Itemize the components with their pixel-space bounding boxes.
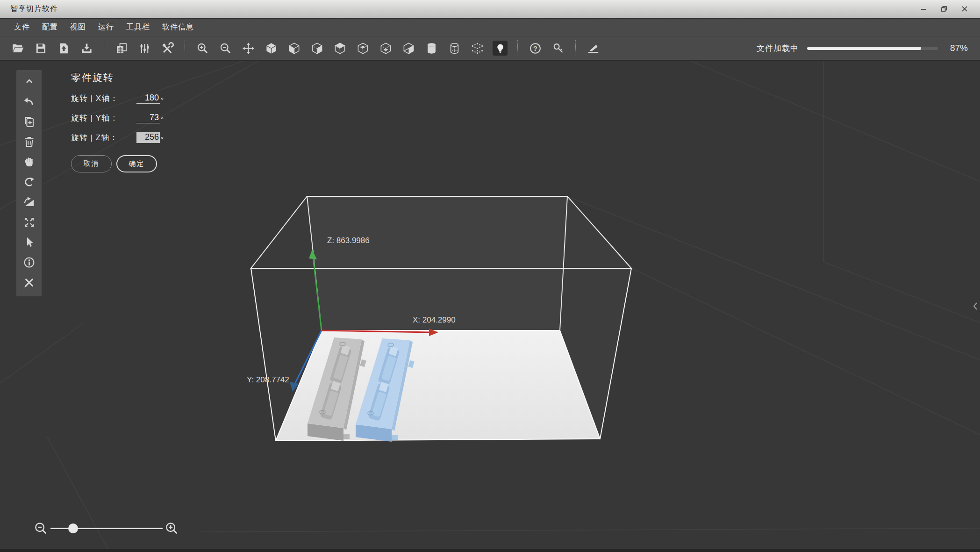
progress-bar [807,47,938,50]
help-button[interactable]: ? [528,41,543,56]
zoom-slider-thumb[interactable] [68,523,78,533]
menu-file[interactable]: 文件 [14,22,30,32]
right-panel-collapse-button[interactable] [972,300,979,312]
cube-face-right-button[interactable] [332,41,347,56]
fit-view-icon [23,216,36,229]
rotation-row-z: 旋转 | Z轴： 256 ° [71,131,183,143]
blade-icon [587,42,600,55]
zoom-in-icon [165,521,179,535]
menu-config[interactable]: 配置 [42,22,58,32]
tools-button[interactable] [160,41,175,56]
info-icon [23,256,36,269]
light-button[interactable] [493,41,508,56]
delete-icon [23,136,36,148]
close-button[interactable] [958,3,972,15]
zoom-in-button[interactable] [195,41,210,56]
zoom-out-icon [34,521,48,535]
minimize-button[interactable] [916,3,930,15]
blade-button[interactable] [586,41,601,56]
save-file-button[interactable] [33,41,48,56]
side-toolbar [16,70,42,296]
cube-face-front-button[interactable] [286,41,301,56]
move-icon [242,42,255,55]
fit-view-button[interactable] [21,215,37,229]
main-toolbar: ? 文件加载中 87% [0,36,980,61]
delete-button[interactable] [21,134,37,149]
chevron-left-icon [973,301,978,311]
menu-run[interactable]: 运行 [98,22,114,32]
cube-face-top-button[interactable] [355,41,370,56]
menu-software-info[interactable]: 软件信息 [162,22,194,32]
minimize-icon [920,6,927,12]
light-icon [494,42,507,55]
rotation-row-y: 旋转 | Y轴： 73 ° [71,112,183,123]
export-file-button[interactable] [79,41,94,56]
app-title: 智享切片软件 [10,4,58,14]
viewport-3d[interactable]: Z: 863.9986 X: 204.2990 Y: 208.7742 [0,61,980,552]
rotate-icon [23,176,36,188]
point-cloud-icon [471,42,484,55]
import-file-icon [57,42,70,55]
import-file-button[interactable] [56,41,71,56]
zoom-out-button[interactable] [34,521,48,535]
menu-view[interactable]: 视图 [70,22,86,32]
bottom-edge [0,549,980,552]
export-file-icon [80,42,93,55]
cube-face-bottom-button[interactable] [378,41,393,56]
parameters-button[interactable] [137,41,152,56]
cube-section-icon [402,42,415,55]
rotation-row-x: 旋转 | X轴： 180 ° [71,92,183,104]
edit-tools-button[interactable] [21,275,37,290]
key-button[interactable] [551,41,565,56]
zoom-out-icon [219,42,232,55]
mirror-scale-button[interactable] [21,194,37,209]
cube-solid-icon [265,42,278,55]
open-file-button[interactable] [10,41,25,56]
rotation-z-input[interactable]: 256 [136,132,160,143]
edit-tools-icon [23,276,36,289]
cylinder-solid-button[interactable] [424,41,439,56]
rotation-x-label: 旋转 | X轴： [71,93,133,104]
tools-icon [161,42,174,55]
copy-config-icon [115,42,128,55]
undo-icon [23,95,36,108]
copy-config-button[interactable] [114,41,129,56]
point-cloud-button[interactable] [470,41,485,56]
zoom-slider-track[interactable] [50,528,163,529]
rotate-button[interactable] [21,174,37,189]
cancel-button[interactable]: 取消 [71,155,112,172]
open-file-icon [12,42,24,55]
toolbar-separator [104,40,104,56]
move-button[interactable] [241,41,256,56]
cylinder-solid-icon [425,42,438,55]
duplicate-button[interactable] [21,114,37,129]
zoom-in-button[interactable] [165,521,179,535]
restore-icon [941,6,947,12]
menu-toolbar[interactable]: 工具栏 [126,22,150,32]
collapse-up-button[interactable] [21,74,37,89]
mirror-scale-icon [23,196,36,208]
rotation-y-input[interactable]: 73 [136,113,160,123]
info-button[interactable] [21,255,37,270]
help-icon: ? [529,42,542,55]
cube-solid-button[interactable] [264,41,279,56]
restore-button[interactable] [937,3,951,15]
pan-button[interactable] [21,154,37,169]
cylinder-wire-button[interactable] [447,41,462,56]
select-button[interactable] [21,235,37,250]
cube-face-front-icon [288,42,300,55]
select-icon [23,236,36,249]
zoom-out-button[interactable] [218,41,233,56]
cube-section-button[interactable] [401,41,416,56]
zoom-in-icon [196,42,209,55]
undo-button[interactable] [21,94,37,109]
app-window: 智享切片软件 文件 配置 视图 运行 工具栏 软件信息 [0,0,980,552]
cube-face-left-button[interactable] [309,41,324,56]
confirm-button[interactable]: 确定 [116,155,157,172]
title-bar: 智享切片软件 [0,0,980,19]
rotation-z-label: 旋转 | Z轴： [71,132,133,143]
rotation-x-input[interactable]: 180 [136,93,160,104]
panel-title: 零件旋转 [71,71,183,84]
cube-face-top-icon [357,42,369,55]
svg-text:?: ? [533,44,537,52]
